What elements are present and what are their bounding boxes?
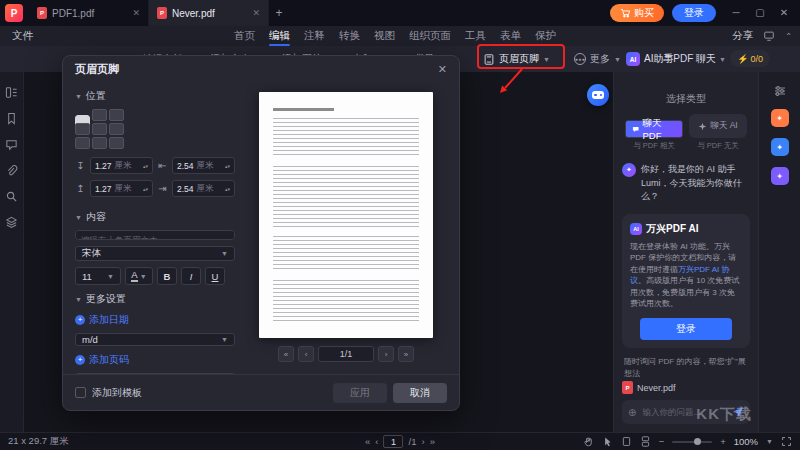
last-page-button[interactable]: »	[398, 346, 414, 362]
promo-orange-icon[interactable]: ✦	[771, 109, 789, 127]
stepper-icon[interactable]: ▴▾	[225, 187, 230, 191]
panel-login-button[interactable]: 登录	[640, 318, 732, 340]
content-section-header[interactable]: ▼内容	[75, 210, 235, 224]
add-page-number-link[interactable]: + 添加页码	[75, 353, 235, 367]
more-settings-header[interactable]: ▼更多设置	[75, 292, 235, 306]
cancel-button[interactable]: 取消	[393, 383, 447, 403]
hand-tool-icon[interactable]	[583, 436, 594, 447]
tab-edit[interactable]: 编辑	[262, 26, 297, 46]
bookmark-icon[interactable]	[5, 112, 18, 125]
tab-close-icon[interactable]: ✕	[132, 8, 140, 18]
floating-ai-bubble[interactable]	[587, 84, 609, 106]
continuous-view-icon[interactable]	[640, 436, 651, 447]
stepper-icon[interactable]: ▴▾	[143, 187, 148, 191]
chat-mode-dropdown[interactable]: 与PDF 聊天 ▼	[663, 46, 726, 72]
last-page-button[interactable]: »	[430, 436, 435, 447]
page-size-label: 21 x 29.7 厘米	[8, 435, 69, 448]
tab-view[interactable]: 视图	[367, 26, 402, 46]
underline-button[interactable]: U	[205, 267, 225, 285]
date-format-select[interactable]: m/d▼	[75, 333, 235, 346]
ai-quota-badge[interactable]: ⚡ 0/0	[730, 50, 770, 67]
chat-pdf-caption: 与 PDF 相关	[625, 141, 683, 151]
next-page-button[interactable]: ›	[378, 346, 394, 362]
thumbnail-icon[interactable]	[5, 86, 18, 99]
zoom-level[interactable]: 100%	[734, 436, 758, 447]
panel-tip-text: 随时询问 PDF 的内容，帮您“扩”展想法	[624, 356, 748, 380]
prev-page-button[interactable]: ‹	[375, 436, 378, 447]
tab-organize[interactable]: 组织页面	[402, 26, 458, 46]
italic-button[interactable]: I	[181, 267, 201, 285]
search-icon[interactable]	[5, 190, 18, 203]
file-menu[interactable]: 文件	[0, 29, 45, 43]
add-date-link[interactable]: + 添加日期	[75, 313, 235, 327]
buy-button[interactable]: 购买	[610, 4, 664, 22]
close-button[interactable]: ✕	[772, 0, 796, 26]
stepper-icon[interactable]: ▴▾	[225, 164, 230, 168]
display-icon[interactable]	[763, 30, 775, 42]
header-text-input[interactable]	[75, 230, 235, 240]
collapse-ribbon-icon[interactable]: ⌃	[785, 32, 792, 41]
tab-convert[interactable]: 转换	[332, 26, 367, 46]
right-margin-field[interactable]: 2.54 厘米 ▴▾	[172, 180, 235, 197]
new-tab-button[interactable]: +	[269, 6, 289, 20]
zoom-caret-icon[interactable]: ▼	[766, 438, 773, 445]
chat-pdf-toggle[interactable]: 聊天 PDF	[625, 120, 683, 138]
position-grid[interactable]	[75, 109, 235, 149]
select-type-label: 选择类型	[614, 92, 758, 106]
stamp-icon[interactable]	[5, 216, 18, 229]
next-page-button[interactable]: ›	[421, 436, 424, 447]
tab-never[interactable]: P Never.pdf ✕	[149, 0, 269, 26]
tab-tools[interactable]: 工具	[458, 26, 493, 46]
tab-protect[interactable]: 保护	[528, 26, 563, 46]
chat-ai-toggle[interactable]: 聊天 AI	[689, 114, 747, 138]
greeting-message: 你好，我是你的 AI 助手 Lumi，今天我能为你做什么？	[641, 163, 750, 204]
top-margin-field[interactable]: 1.27 厘米 ▴▾	[90, 157, 153, 174]
tab-comment[interactable]: 注释	[297, 26, 332, 46]
pdf-file-icon: P	[157, 7, 167, 19]
minimize-button[interactable]: ─	[724, 0, 748, 26]
first-page-button[interactable]: «	[365, 436, 370, 447]
left-margin-field[interactable]: 2.54 厘米 ▴▾	[172, 157, 235, 174]
apply-button[interactable]: 应用	[333, 383, 387, 403]
zoom-out-button[interactable]: −	[659, 436, 665, 447]
prev-page-button[interactable]: ‹	[298, 346, 314, 362]
zoom-in-button[interactable]: +	[720, 436, 726, 447]
zoom-slider[interactable]	[672, 441, 712, 443]
tab-close-icon[interactable]: ✕	[252, 8, 260, 18]
tab-forms[interactable]: 表单	[493, 26, 528, 46]
maximize-button[interactable]: ▢	[748, 0, 772, 26]
first-page-button[interactable]: «	[278, 346, 294, 362]
promo-purple-icon[interactable]: ✦	[771, 167, 789, 185]
share-button[interactable]: 分享	[732, 29, 753, 43]
left-margin-icon: ⇤	[157, 160, 168, 171]
login-button[interactable]: 登录	[672, 4, 716, 22]
tab-home[interactable]: 首页	[227, 26, 262, 46]
bottom-margin-field[interactable]: 1.27 厘米 ▴▾	[90, 180, 153, 197]
more-button[interactable]: ●●● 更多 ▼	[574, 46, 621, 72]
stepper-icon[interactable]: ▴▾	[143, 164, 148, 168]
dialog-close-icon[interactable]: ✕	[438, 63, 447, 76]
add-to-template-checkbox[interactable]	[75, 387, 86, 398]
comment-icon[interactable]	[5, 138, 18, 151]
menu-bar: 文件 首页 编辑 注释 转换 视图 组织页面 工具 表单 保护 分享 ⌃	[0, 26, 800, 46]
add-attachment-icon[interactable]: ⊕	[628, 407, 636, 418]
page-number-input[interactable]	[384, 435, 404, 448]
sliders-icon[interactable]	[773, 84, 787, 98]
attachment-icon[interactable]	[5, 164, 18, 177]
promo-blue-icon[interactable]: ✦	[771, 138, 789, 156]
font-select[interactable]: 宋体▼	[75, 246, 235, 261]
spark-icon	[698, 122, 707, 131]
font-color-button[interactable]: A▼	[125, 267, 153, 285]
card-title: 万兴PDF AI	[646, 222, 698, 236]
position-section-header[interactable]: ▼位置	[75, 89, 235, 103]
zoom-slider-knob[interactable]	[694, 438, 701, 445]
attached-file-chip[interactable]: P Never.pdf	[622, 381, 750, 394]
tab-pdf1[interactable]: P PDF1.pdf ✕	[29, 0, 149, 26]
font-size-select[interactable]: 11▼	[75, 267, 121, 285]
add-to-template-label: 添加到模板	[92, 386, 142, 400]
fullscreen-icon[interactable]	[781, 436, 792, 447]
single-page-view-icon[interactable]	[621, 436, 632, 447]
select-tool-icon[interactable]	[602, 436, 613, 447]
preview-title-line	[273, 108, 334, 111]
bold-button[interactable]: B	[157, 267, 177, 285]
